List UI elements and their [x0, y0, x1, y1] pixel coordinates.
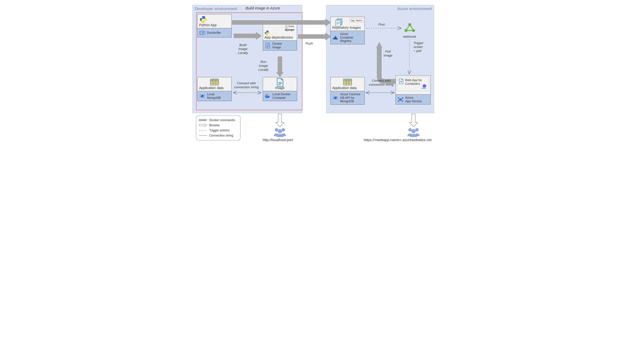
repository-images-box: tag: latest Repository Images Azure Cont… [330, 17, 365, 44]
build-image-in-azure-label: Build image in Azure [246, 6, 280, 10]
legend-trigger: Trigger actions [199, 128, 238, 133]
cube-cloud-icon [421, 84, 428, 90]
diagram-stage: Developer environment Build image in Azu… [191, 4, 444, 146]
app-data-local-title: Application data [199, 86, 230, 90]
url-cloud: https://<webapp-name>.azurewebsites.net [364, 138, 432, 142]
dockerfile-icon [199, 30, 206, 36]
web-app-sub: Azure App Service [405, 96, 422, 103]
cosmos-icon [199, 93, 206, 99]
svg-point-7 [266, 31, 266, 32]
web-app-containers-box: Web App for Containers Azure App Service [396, 75, 431, 104]
svg-rect-25 [265, 95, 266, 96]
python-icon [264, 30, 270, 36]
python-app-title: Python App [199, 23, 230, 27]
arrow-browse-dev [276, 114, 284, 127]
python-icon [199, 16, 208, 24]
svg-rect-36 [333, 38, 334, 40]
label-conn-string-local: Connect with connection string [234, 81, 259, 89]
svg-point-0 [202, 17, 202, 18]
svg-point-76 [415, 128, 419, 132]
flask-logo: Flask [285, 25, 294, 28]
django-logo: django [285, 28, 294, 32]
svg-point-77 [412, 129, 416, 133]
svg-rect-47 [344, 79, 352, 81]
application-data-local-box: Application data Local MongoDB [197, 77, 232, 101]
acr-icon [332, 34, 338, 40]
grid-icon [210, 78, 219, 86]
env-label-azure: Azure environment [397, 6, 432, 11]
file-icon [276, 78, 284, 87]
url-local: http://localhost:port [263, 138, 293, 142]
env-label-dev: Developer environment [195, 6, 237, 11]
svg-point-51 [337, 99, 338, 100]
app-data-local-sub: Local MongoDB [207, 92, 221, 100]
svg-rect-29 [267, 94, 268, 95]
label-push: Push [306, 42, 313, 46]
svg-rect-28 [266, 94, 267, 95]
webhook-node: webhook [403, 22, 416, 38]
tag-latest-label: tag: latest [350, 18, 363, 22]
label-conn-string-cloud: Connect with connection string [369, 79, 394, 87]
app-deps-title: App dependencies [265, 36, 295, 40]
svg-rect-17 [210, 79, 218, 81]
app-data-cloud-title: Application data [332, 86, 363, 90]
label-run-locally: Run Image Locally [258, 60, 268, 72]
svg-rect-37 [335, 37, 336, 40]
svg-marker-79 [205, 119, 207, 122]
application-data-cloud-box: Application data Azure Cosmos DB API for… [330, 77, 365, 105]
svg-point-21 [204, 97, 204, 98]
svg-point-73 [282, 128, 285, 132]
svg-point-72 [275, 128, 278, 132]
users-local-icon [271, 127, 288, 138]
label-trigger: Trigger restart + pull [414, 41, 424, 53]
svg-point-8 [268, 34, 268, 35]
repo-images-sub: Azure Container Registry [340, 32, 354, 43]
legend-docker: Docker commands [199, 118, 238, 123]
docker-whale-icon [265, 93, 271, 99]
webhook-label: webhook [403, 35, 416, 38]
label-build-locally: Build Image Locally [238, 43, 248, 55]
users-cloud-icon [405, 127, 422, 138]
svg-rect-3 [200, 31, 201, 35]
label-pull-image: Pull Image [384, 50, 392, 58]
app-dependencies-box: Flask django App dependencies Docker Ima… [263, 23, 297, 50]
stacked-docs-icon [335, 18, 344, 26]
svg-point-74 [278, 129, 282, 133]
python-app-sub: Dockerfile [207, 31, 221, 34]
docker-image-icon [265, 42, 271, 49]
cosmos-icon [332, 95, 338, 101]
python-app-box: Python App Dockerfile [197, 14, 232, 38]
legend-browse: Browse [199, 123, 238, 128]
legend: Docker commands Browse Trigger actions C… [196, 115, 240, 140]
svg-rect-27 [267, 95, 268, 96]
svg-rect-26 [266, 95, 267, 96]
label-post: Post [378, 22, 385, 26]
image-box: Image Local Docker Container [263, 77, 297, 101]
app-data-cloud-sub: Azure Cosmos DB API for MongoDB [340, 92, 360, 103]
grid-icon [343, 78, 352, 86]
legend-conn: Connection string [199, 133, 238, 138]
app-service-icon [398, 96, 404, 102]
doc-icon [398, 78, 404, 85]
svg-rect-78 [199, 119, 205, 121]
webhook-icon [404, 22, 416, 33]
svg-rect-38 [336, 38, 337, 40]
svg-point-20 [200, 94, 201, 95]
web-app-title: Web App for Containers [405, 78, 422, 86]
app-deps-sub: Docker Image [272, 42, 282, 49]
image-sub: Local Docker Container [272, 92, 290, 100]
svg-point-50 [333, 96, 334, 96]
svg-point-1 [204, 22, 205, 22]
arrow-browse-cloud [410, 114, 418, 127]
svg-point-75 [408, 128, 412, 132]
